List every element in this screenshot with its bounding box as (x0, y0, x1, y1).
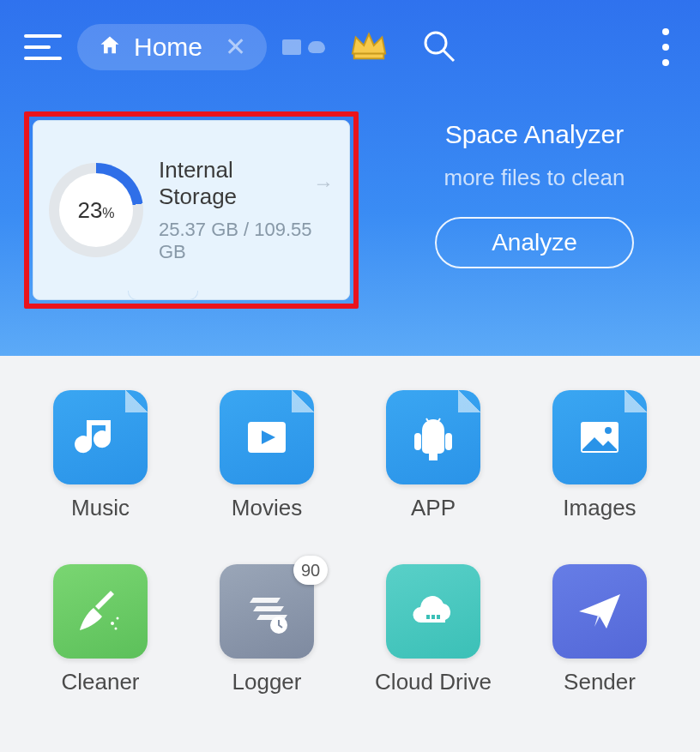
tile-label: Sender (564, 669, 636, 695)
images-icon (552, 390, 647, 484)
storage-card-highlight: 23% Internal Storage → 25.37 GB / 109.55… (24, 111, 359, 309)
storage-percent: 23% (77, 197, 114, 224)
category-grid: Music Movies APP Images Cleaner 90 Logge… (0, 356, 700, 713)
svg-point-8 (115, 628, 118, 630)
svg-point-7 (117, 617, 119, 620)
close-tab-icon[interactable]: ✕ (214, 34, 246, 60)
tile-cleaner[interactable]: Cleaner (34, 564, 166, 695)
tile-label: Movies (232, 495, 302, 521)
tile-label: Logger (232, 669, 302, 695)
storage-percent-number: 23 (77, 197, 102, 223)
svg-line-2 (444, 51, 454, 61)
header-area: Home ✕ 23% (0, 0, 700, 356)
tile-music[interactable]: Music (34, 390, 166, 521)
svg-point-5 (605, 427, 612, 434)
analyzer-subtitle: more files to clean (393, 165, 676, 191)
tile-movies[interactable]: Movies (201, 390, 333, 521)
tile-label: APP (411, 495, 456, 521)
top-bar: Home ✕ (0, 0, 700, 94)
svg-rect-11 (431, 615, 435, 619)
svg-rect-12 (437, 615, 440, 619)
svg-rect-0 (354, 54, 384, 59)
analyze-button[interactable]: Analyze (435, 217, 634, 268)
storage-usage-donut: 23% (49, 163, 143, 257)
chevron-right-icon: → (313, 171, 334, 196)
analyzer-title: Space Analyzer (393, 120, 676, 149)
home-tab[interactable]: Home ✕ (77, 24, 267, 70)
cloud-icon (386, 564, 480, 659)
cloud-mini-icon (308, 41, 325, 53)
music-icon (53, 390, 148, 484)
tile-app[interactable]: APP (367, 390, 499, 521)
storage-subtitle: 25.37 GB / 109.55 GB (159, 219, 334, 263)
tile-label: Cloud Drive (375, 669, 492, 695)
tile-label: Music (71, 495, 130, 521)
tile-label: Cleaner (61, 669, 139, 695)
sender-icon (552, 564, 647, 659)
logger-badge: 90 (293, 556, 328, 585)
tile-sender[interactable]: Sender (534, 564, 666, 695)
crown-icon[interactable] (349, 28, 389, 66)
space-analyzer-panel: Space Analyzer more files to clean Analy… (393, 111, 676, 268)
mini-indicators (282, 39, 325, 55)
svg-point-6 (111, 622, 114, 625)
home-icon (98, 33, 122, 61)
tile-cloud-drive[interactable]: Cloud Drive (367, 564, 499, 695)
internal-storage-card[interactable]: 23% Internal Storage → 25.37 GB / 109.55… (33, 120, 350, 300)
svg-point-1 (425, 33, 446, 53)
menu-button[interactable] (24, 30, 62, 64)
storage-text: Internal Storage → 25.37 GB / 109.55 GB (159, 157, 334, 263)
home-tab-label: Home (134, 33, 202, 62)
android-icon (386, 390, 480, 484)
storage-title: Internal Storage (159, 157, 306, 210)
tile-label: Images (563, 495, 636, 521)
tile-logger[interactable]: 90 Logger (201, 564, 333, 695)
tile-images[interactable]: Images (534, 390, 666, 521)
cleaner-icon (53, 564, 148, 659)
svg-rect-10 (426, 615, 430, 619)
search-button[interactable] (419, 27, 457, 68)
storage-percent-symbol: % (102, 206, 114, 220)
sdcard-icon (282, 39, 301, 55)
movies-icon (220, 390, 314, 484)
header-panels: 23% Internal Storage → 25.37 GB / 109.55… (0, 94, 700, 309)
more-menu-button[interactable] (655, 21, 676, 73)
